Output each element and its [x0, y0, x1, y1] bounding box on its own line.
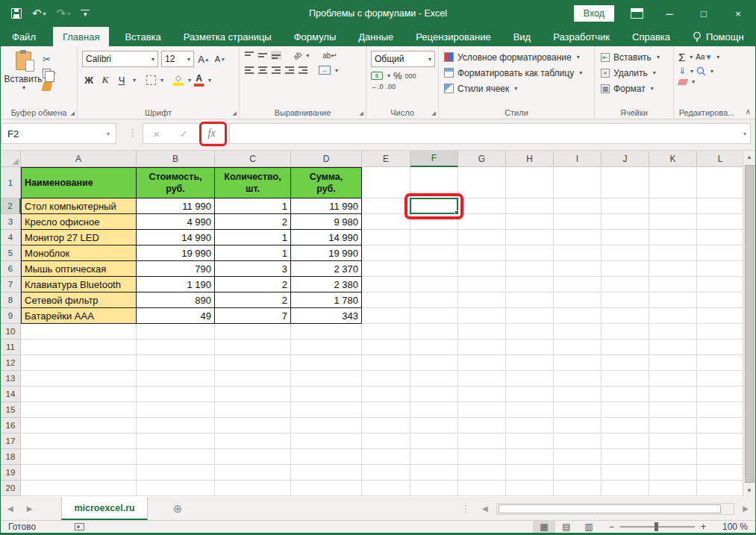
- cell-C7[interactable]: 2: [215, 277, 291, 292]
- redo-button[interactable]: ↷▾: [57, 7, 71, 20]
- row-header-5[interactable]: 5: [1, 245, 21, 261]
- row-header-14[interactable]: 14: [1, 387, 21, 402]
- cell-J1[interactable]: [602, 167, 649, 198]
- cell-F8[interactable]: [410, 292, 458, 308]
- cell-J19[interactable]: [602, 465, 649, 481]
- cell-J5[interactable]: [602, 245, 649, 261]
- cell-E4[interactable]: [362, 230, 410, 245]
- cell-B7[interactable]: 1 190: [137, 277, 215, 292]
- cell-I13[interactable]: [554, 371, 602, 387]
- name-box[interactable]: F2▾: [1, 123, 116, 144]
- cell-D9[interactable]: 343: [291, 308, 362, 324]
- tab-file[interactable]: Файл: [2, 27, 46, 46]
- cell-B13[interactable]: [137, 371, 215, 387]
- cell-F14[interactable]: [410, 387, 458, 402]
- cell-H4[interactable]: [506, 230, 554, 245]
- format-painter-icon[interactable]: [42, 82, 53, 91]
- percent-style-button[interactable]: %: [393, 70, 402, 81]
- font-name-select[interactable]: Calibri▾: [82, 51, 158, 67]
- cell-I1[interactable]: [554, 167, 602, 198]
- cell-H5[interactable]: [506, 245, 554, 261]
- select-all-corner[interactable]: [1, 151, 21, 167]
- formula-input[interactable]: ▾: [229, 123, 751, 144]
- wrap-text-icon[interactable]: ab↵: [322, 51, 337, 60]
- cell-J13[interactable]: [602, 371, 649, 387]
- cell-C19[interactable]: [215, 465, 291, 481]
- cell-I12[interactable]: [554, 355, 602, 371]
- new-sheet-icon[interactable]: ⊕: [173, 502, 183, 516]
- cell-H12[interactable]: [506, 355, 554, 371]
- merge-center-icon[interactable]: ↔: [319, 66, 331, 75]
- font-color-icon[interactable]: А: [194, 74, 204, 87]
- underline-button[interactable]: Ч: [115, 72, 128, 87]
- cell-F20[interactable]: [410, 481, 458, 496]
- cell-E18[interactable]: [362, 449, 410, 465]
- cell-I20[interactable]: [554, 481, 602, 496]
- cell-H16[interactable]: [506, 418, 554, 434]
- column-header-D[interactable]: D: [291, 151, 362, 167]
- row-header-3[interactable]: 3: [1, 214, 21, 230]
- cell-E5[interactable]: [362, 245, 410, 261]
- cell-C6[interactable]: 3: [215, 261, 291, 277]
- fill-color-icon[interactable]: ◇: [173, 74, 184, 86]
- cell-E16[interactable]: [362, 418, 410, 434]
- cell-C16[interactable]: [215, 418, 291, 434]
- cell-I19[interactable]: [554, 465, 602, 481]
- macro-record-icon[interactable]: [75, 523, 84, 531]
- align-bottom-icon[interactable]: [271, 51, 281, 60]
- tab-assistant[interactable]: Помощн: [683, 27, 754, 46]
- increase-decimal-icon[interactable]: ←.0: [371, 83, 384, 90]
- cell-K12[interactable]: [649, 355, 697, 371]
- cell-F12[interactable]: [410, 355, 458, 371]
- cell-A3[interactable]: Кресло офисное: [21, 214, 137, 230]
- cell-L16[interactable]: [697, 418, 744, 434]
- horizontal-scrollbar[interactable]: ◀ ▶: [475, 497, 755, 520]
- cell-J16[interactable]: [602, 418, 649, 434]
- tab-insert[interactable]: Вставка: [115, 27, 170, 46]
- cell-C1[interactable]: Количество, шт.: [215, 167, 291, 198]
- cell-L7[interactable]: [697, 277, 744, 292]
- align-left-icon[interactable]: [244, 66, 254, 75]
- formula-bar-handle[interactable]: ⋮: [128, 127, 137, 138]
- cell-G14[interactable]: [458, 387, 506, 402]
- cell-J17[interactable]: [602, 434, 649, 449]
- sign-in-button[interactable]: Вход: [574, 5, 614, 22]
- cell-D12[interactable]: [291, 355, 362, 371]
- cell-J14[interactable]: [602, 387, 649, 402]
- cell-B5[interactable]: 19 990: [137, 245, 215, 261]
- cell-D17[interactable]: [291, 434, 362, 449]
- cell-I8[interactable]: [554, 292, 602, 308]
- cell-H11[interactable]: [506, 340, 554, 355]
- cell-J18[interactable]: [602, 449, 649, 465]
- cell-C15[interactable]: [215, 402, 291, 418]
- cell-G12[interactable]: [458, 355, 506, 371]
- cell-K9[interactable]: [649, 308, 697, 324]
- align-right-icon[interactable]: [271, 66, 281, 75]
- cell-G3[interactable]: [458, 214, 506, 230]
- increase-indent-icon[interactable]: [298, 66, 308, 75]
- row-header-8[interactable]: 8: [1, 292, 21, 308]
- row-header-4[interactable]: 4: [1, 230, 21, 245]
- alignment-dialog-launcher[interactable]: ◢: [360, 110, 363, 116]
- cell-K7[interactable]: [649, 277, 697, 292]
- cell-E1[interactable]: [362, 167, 410, 198]
- grow-font-button[interactable]: А▲: [197, 51, 210, 66]
- cell-C18[interactable]: [215, 449, 291, 465]
- cell-A5[interactable]: Моноблок: [21, 245, 137, 261]
- cell-K5[interactable]: [649, 245, 697, 261]
- cell-G17[interactable]: [458, 434, 506, 449]
- cell-E15[interactable]: [362, 402, 410, 418]
- cell-F15[interactable]: [410, 402, 458, 418]
- cell-E17[interactable]: [362, 434, 410, 449]
- column-header-F[interactable]: F: [410, 151, 458, 167]
- row-header-18[interactable]: 18: [1, 449, 21, 465]
- cell-F17[interactable]: [410, 434, 458, 449]
- cell-G20[interactable]: [458, 481, 506, 496]
- cell-K13[interactable]: [649, 371, 697, 387]
- cell-D20[interactable]: [291, 481, 362, 496]
- cell-A11[interactable]: [21, 340, 137, 355]
- cell-I18[interactable]: [554, 449, 602, 465]
- cell-E12[interactable]: [362, 355, 410, 371]
- hscroll-left-icon[interactable]: ◀: [482, 504, 488, 513]
- cell-I14[interactable]: [554, 387, 602, 402]
